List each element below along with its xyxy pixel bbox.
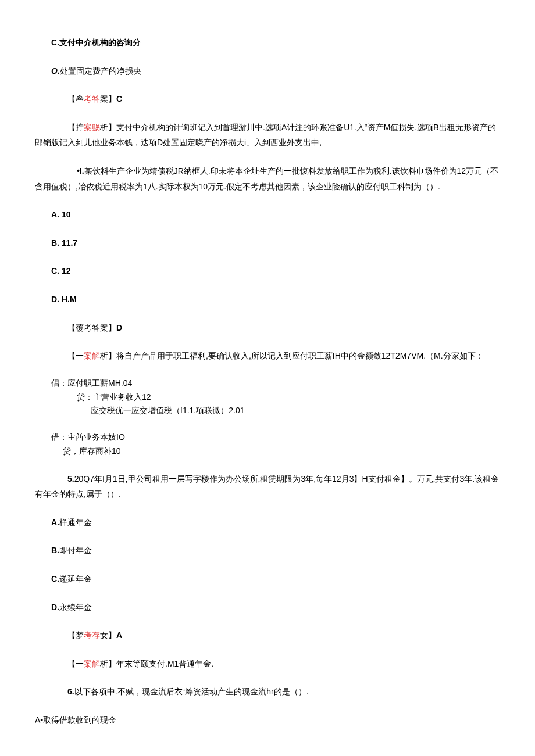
q6-option-a: A•取得借款收到的现金 <box>35 712 500 728</box>
q4-option-d: D. H.M <box>35 292 500 307</box>
q5-stem: 5.20Q7年I月1日,甲公司租用一层写字楼作为办公场所,租赁期限为3年,每年1… <box>35 471 500 502</box>
ans-bracket-mid: 考答 <box>84 94 100 103</box>
q3-answer-value: C <box>116 94 122 103</box>
q4-journal-block-1: 倡：应付职工薪MH.04 贷：主营业务收入12 应交税优一应交增值税（f1.1.… <box>35 377 500 418</box>
ans-bracket-close: 女】 <box>100 630 116 640</box>
q3-option-d-text: 处置固定费产的净损央 <box>60 66 141 76</box>
q4-entry-4: 借：主酋业务本妓IO <box>35 431 500 445</box>
q4-answer-value: D <box>116 323 122 332</box>
ans-bracket-mid: 考存 <box>84 630 100 640</box>
q4-entry-2: 贷：主营业务收入12 <box>35 390 500 404</box>
q5-stem-prefix: 5. <box>67 474 74 483</box>
q3-answer: 【叁考答案】C <box>35 91 500 107</box>
q5-answer: 【梦考存女】A <box>35 628 500 643</box>
exp-bracket-mid: 案解 <box>84 659 100 668</box>
q5-explanation: 【一案解析】年末等颐支付.M1普通年金. <box>35 656 500 672</box>
q4-stem-prefix: •I. <box>77 166 84 175</box>
q5-option-c: C.递延年金 <box>35 571 500 587</box>
q4-option-a: A. 10 <box>35 207 500 223</box>
exp-bracket-open: 【一 <box>67 351 84 360</box>
q4-answer: 【覆考答案】D <box>35 320 500 336</box>
q6-stem-text: 以下各项中.不赋，现金流后衣“筹资活动产生的现金流hr的是（）. <box>74 687 309 696</box>
q5-answer-value: A <box>116 630 122 640</box>
exp-bracket-close: 析】 <box>100 351 116 360</box>
q6-stem-prefix: 6. <box>67 687 74 696</box>
document-page: C.支付中介机构的咨询分 O.处置固定费产的净损央 【叁考答案】C 【拧案赐析】… <box>0 0 535 751</box>
q4-option-b: B. 11.7 <box>35 235 500 251</box>
ans-bracket-open: 【梦 <box>67 630 84 640</box>
exp-bracket-mid: 案解 <box>84 351 100 360</box>
q4-option-c: C. 12 <box>35 263 500 279</box>
q3-option-d-prefix: O. <box>51 66 60 76</box>
q4-entry-1: 倡：应付职工薪MH.04 <box>35 377 500 390</box>
q4-explanation-text: 将自产产品用于职工福利,要确认收入,所以记入到应付职工薪IH中的金额敛12T2M… <box>116 351 484 360</box>
q5-option-a: A.样通年金 <box>35 515 500 531</box>
ans-bracket: 【覆考答案】 <box>67 323 116 332</box>
exp-bracket-open: 【拧 <box>67 123 84 132</box>
q4-stem-text: 某饮料生产企业为靖债税JR纳框人.印未将本企址生产的一批愎料发放给职工作为税利.… <box>35 166 498 191</box>
exp-bracket-close: 析】 <box>100 659 116 668</box>
q4-journal-block-2: 借：主酋业务本妓IO 贷，库存商补10 <box>35 431 500 458</box>
q5-option-b: B.即付年金 <box>35 543 500 558</box>
exp-bracket-mid: 案赐 <box>84 123 100 132</box>
q3-explanation: 【拧案赐析】支付中介机构的讦询班记入到首理游川中.选项A计注的环账准备U1.入“… <box>35 120 500 151</box>
q4-explanation: 【一案解析】将自产产品用于职工福利,要确认收入,所以记入到应付职工薪IH中的金额… <box>35 348 500 364</box>
q3-option-c: C.支付中介机构的咨询分 <box>35 35 500 51</box>
q5-explanation-text: 年末等颐支付.M1普通年金. <box>116 659 213 668</box>
q5-option-d: D.永续年金 <box>35 600 500 615</box>
ans-bracket-open: 【叁 <box>67 94 84 103</box>
q6-stem: 6.以下各项中.不赋，现金流后衣“筹资活动产生的现金流hr的是（）. <box>35 684 500 700</box>
ans-bracket-close: 案】 <box>100 94 116 103</box>
q4-entry-5: 贷，库存商补10 <box>35 445 500 458</box>
q3-option-d: O.处置固定费产的净损央 <box>35 63 500 79</box>
q4-entry-3: 应交税优一应交增值税（f1.1.项联微）2.01 <box>35 404 500 418</box>
q5-stem-text: 20Q7年I月1日,甲公司租用一层写字楼作为办公场所,租赁期限为3年,每年12月… <box>35 474 499 499</box>
q4-stem: •I.某饮料生产企业为靖债税JR纳框人.印未将本企址生产的一批愎料发放给职工作为… <box>35 163 500 194</box>
exp-bracket-open: 【一 <box>67 659 84 668</box>
exp-bracket-close: 析】 <box>100 123 116 132</box>
